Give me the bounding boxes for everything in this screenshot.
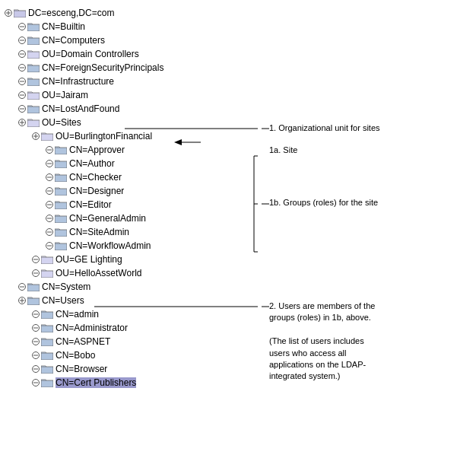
svg-rect-62 (41, 271, 53, 278)
tree-item-helloassetworld[interactable]: OU=HelloAssetWorld (3, 266, 262, 280)
svg-rect-21 (27, 93, 40, 100)
expand-icon-jairam[interactable] (17, 90, 27, 100)
tree-item-aspnet[interactable]: CN=ASPNET (3, 335, 262, 348)
svg-rect-65 (27, 285, 40, 291)
expand-icon-siteadmin[interactable] (44, 227, 55, 237)
tree-item-jairam[interactable]: OU=Jairam (3, 88, 262, 102)
svg-rect-84 (41, 367, 53, 374)
tree-item-users[interactable]: CN=Users (3, 294, 262, 307)
item-label-approver: CN=Approver (69, 145, 125, 155)
tree-item-editor[interactable]: CN=Editor (3, 198, 262, 212)
expand-icon-helloassetworld[interactable] (30, 268, 41, 278)
folder-icon-domaincontrollers (27, 49, 40, 59)
tree-item-administrator[interactable]: CN=Administrator (3, 321, 262, 335)
folder-icon-generaladmin (55, 214, 67, 223)
tree-item-infrastructure[interactable]: CN=Infrastructure (3, 75, 262, 88)
tree-item-builtin[interactable]: CN=Builtin (3, 20, 262, 33)
folder-icon-approver (55, 145, 67, 154)
tree-item-designer[interactable]: CN=Designer (3, 184, 262, 198)
item-label-foreignsecurity: CN=ForeignSecurityPrincipals (42, 62, 163, 73)
svg-rect-24 (27, 107, 40, 113)
tree-item-lostandfound[interactable]: CN=LostAndFound (3, 102, 262, 116)
tree-item-certpublishers[interactable]: CN=Cert Publishers (3, 376, 262, 390)
expand-icon-workflowadmin[interactable] (44, 240, 55, 251)
tree-item-siteadmin[interactable]: CN=SiteAdmin (3, 225, 262, 239)
tree-item-checker[interactable]: CN=Checker (3, 170, 262, 184)
expand-icon-burlingtonfinancial[interactable] (30, 131, 41, 142)
tree-item-root[interactable]: DC=esceng,DC=com (3, 6, 262, 20)
expand-icon-designer[interactable] (44, 186, 55, 196)
expand-icon-infrastructure[interactable] (17, 76, 27, 87)
folder-icon-sites (27, 118, 40, 127)
svg-rect-18 (27, 79, 40, 86)
expand-icon-editor[interactable] (44, 199, 55, 210)
expand-icon-approver[interactable] (44, 145, 55, 155)
expand-icon-lostandfound[interactable] (17, 103, 27, 114)
tree-item-browser[interactable]: CN=Browser (3, 362, 262, 376)
tree-item-burlingtonfinancial[interactable]: OU=BurlingtonFinancial (3, 129, 262, 143)
item-label-sites: OU=Sites (42, 117, 81, 128)
expand-icon-generaladmin[interactable] (44, 213, 55, 224)
folder-icon-infrastructure (27, 77, 40, 86)
expand-icon-users[interactable] (17, 295, 27, 306)
folder-icon-admin (41, 310, 53, 319)
item-label-burlingtonfinancial: OU=BurlingtonFinancial (56, 131, 152, 142)
expand-icon-author[interactable] (44, 158, 55, 169)
expand-icon-administrator[interactable] (30, 323, 41, 333)
item-label-admin: CN=admin (56, 309, 99, 320)
svg-rect-41 (55, 175, 67, 182)
expand-icon-domaincontrollers[interactable] (17, 49, 27, 59)
tree-item-approver[interactable]: CN=Approver (3, 143, 262, 157)
folder-icon-aspnet (41, 337, 53, 346)
annotation-1b: 1b. Groups (roles) for the site (269, 198, 378, 207)
tree-item-bobo[interactable]: CN=Bobo (3, 348, 262, 362)
item-label-certpublishers: CN=Cert Publishers (56, 377, 136, 388)
svg-rect-59 (41, 257, 53, 264)
expand-icon-browser[interactable] (30, 364, 41, 374)
item-label-browser: CN=Browser (56, 364, 107, 374)
svg-rect-9 (27, 38, 40, 45)
tree-item-computers[interactable]: CN=Computers (3, 33, 262, 47)
tree-item-foreignsecurity[interactable]: CN=ForeignSecurityPrincipals (3, 61, 262, 75)
expand-icon-root[interactable] (3, 8, 14, 18)
tree-item-admin[interactable]: CN=admin (3, 307, 262, 321)
expand-icon-sites[interactable] (17, 117, 27, 128)
svg-rect-72 (41, 312, 53, 319)
tree-item-system[interactable]: CN=System (3, 280, 262, 294)
expand-icon-computers[interactable] (17, 35, 27, 46)
item-label-generaladmin: CN=GeneralAdmin (69, 213, 146, 224)
tree-item-author[interactable]: CN=Author (3, 157, 262, 170)
tree-item-sites[interactable]: OU=Sites (3, 116, 262, 129)
expand-icon-gelighting[interactable] (30, 254, 41, 265)
tree-item-gelighting[interactable]: OU=GE Lighting (3, 253, 262, 266)
expand-icon-bobo[interactable] (30, 350, 41, 361)
folder-icon-designer (55, 186, 67, 196)
tree-item-workflowadmin[interactable]: CN=WorkflowAdmin (3, 239, 262, 253)
folder-icon-burlingtonfinancial (41, 132, 53, 141)
annotation-2-text: 2. Users are members of thegroups (roles… (269, 301, 375, 322)
tree-item-generaladmin[interactable]: CN=GeneralAdmin (3, 212, 262, 225)
item-label-system: CN=System (42, 281, 90, 292)
expand-icon-foreignsecurity[interactable] (17, 62, 27, 73)
expand-icon-checker[interactable] (44, 172, 55, 183)
svg-rect-44 (55, 189, 67, 196)
expand-icon-certpublishers[interactable] (30, 377, 41, 388)
folder-icon-lostandfound (27, 104, 40, 113)
expand-icon-system[interactable] (17, 281, 27, 292)
folder-icon-builtin (27, 22, 40, 31)
item-label-root: DC=esceng,DC=com (28, 8, 114, 18)
expand-icon-admin[interactable] (30, 309, 41, 320)
folder-icon-certpublishers (41, 378, 53, 387)
tree-item-domaincontrollers[interactable]: OU=Domain Controllers (3, 47, 262, 61)
folder-icon-jairam (27, 91, 40, 100)
folder-icon-bobo (41, 351, 53, 360)
item-label-computers: CN=Computers (42, 35, 105, 46)
item-label-helloassetworld: OU=HelloAssetWorld (56, 268, 141, 278)
folder-icon-users (27, 296, 40, 305)
svg-rect-32 (41, 134, 53, 141)
folder-icon-computers (27, 36, 40, 45)
annotation-1-text: 1. Organizational unit for sites (269, 123, 380, 132)
svg-rect-38 (55, 161, 67, 168)
expand-icon-builtin[interactable] (17, 21, 27, 32)
expand-icon-aspnet[interactable] (30, 336, 41, 347)
